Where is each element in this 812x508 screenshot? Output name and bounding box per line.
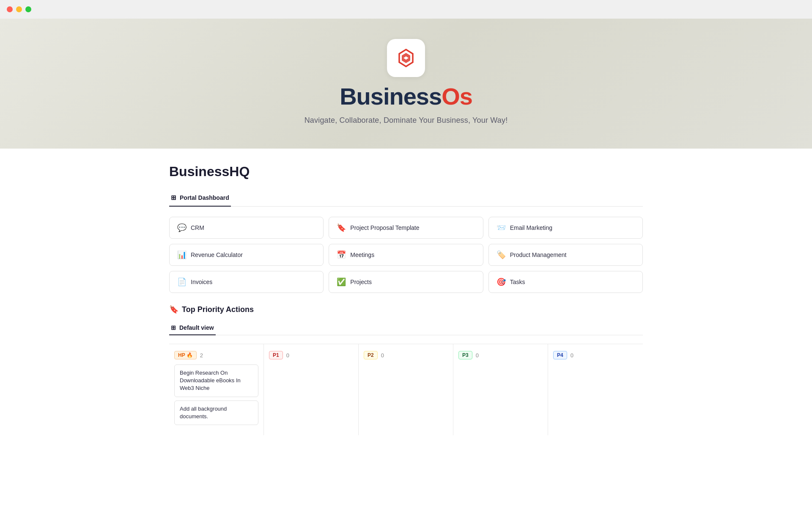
logo-container (387, 39, 425, 77)
kanban-board: HP 🔥 2 Begin Research On Downloadable eB… (169, 344, 643, 435)
card-email-marketing[interactable]: 📨 Email Marketing (488, 217, 643, 239)
kanban-col-p2: P2 0 (359, 344, 453, 435)
card-crm[interactable]: 💬 CRM (169, 217, 324, 239)
badge-p2: P2 (364, 351, 378, 359)
hero-subtitle: Navigate, Collaborate, Dominate Your Bus… (304, 116, 508, 125)
badge-p4: P4 (553, 351, 567, 359)
maximize-button[interactable] (25, 6, 31, 12)
priority-bookmark-icon: 🔖 (169, 305, 178, 314)
priority-tabs: ⊞ Default view (169, 321, 643, 335)
project-proposal-icon: 🔖 (337, 223, 346, 232)
kanban-count-p2: 0 (381, 352, 384, 359)
invoices-icon: 📄 (177, 277, 187, 287)
titlebar (0, 0, 812, 19)
dashboard-icon: ⊞ (171, 194, 176, 202)
kanban-count-p1: 0 (286, 352, 289, 359)
tab-default-view[interactable]: ⊞ Default view (169, 321, 216, 335)
page-title: BusinessHQ (169, 164, 643, 179)
kanban-header-p3: P3 0 (458, 351, 543, 359)
kanban-card-hp-2[interactable]: Add all background documents. (174, 400, 258, 425)
close-button[interactable] (7, 6, 13, 12)
crm-icon: 💬 (177, 223, 187, 232)
kanban-card-hp-1[interactable]: Begin Research On Downloadable eBooks In… (174, 364, 258, 397)
kanban-col-p3: P3 0 (453, 344, 548, 435)
kanban-header-p1: P1 0 (269, 351, 353, 359)
kanban-header-hp: HP 🔥 2 (174, 351, 258, 359)
card-meetings[interactable]: 📅 Meetings (329, 244, 483, 266)
card-invoices[interactable]: 📄 Invoices (169, 271, 324, 293)
app-grid: 💬 CRM 🔖 Project Proposal Template 📨 Emai… (169, 217, 643, 293)
kanban-col-p4: P4 0 (548, 344, 643, 435)
card-tasks[interactable]: 🎯 Tasks (488, 271, 643, 293)
priority-section-header: 🔖 Top Priority Actions (169, 305, 643, 314)
kanban-header-p4: P4 0 (553, 351, 638, 359)
badge-p1: P1 (269, 351, 283, 359)
default-view-icon: ⊞ (171, 324, 176, 331)
card-project-proposal[interactable]: 🔖 Project Proposal Template (329, 217, 483, 239)
product-management-icon: 🏷️ (497, 250, 506, 260)
priority-section-title: Top Priority Actions (182, 305, 254, 314)
kanban-header-p2: P2 0 (364, 351, 448, 359)
email-marketing-icon: 📨 (497, 223, 506, 232)
kanban-col-p1: P1 0 (264, 344, 359, 435)
hero-title-dark: Business (340, 83, 442, 110)
hero-title-red: Os (442, 83, 472, 110)
tasks-icon: 🎯 (497, 277, 506, 287)
kanban-col-hp: HP 🔥 2 Begin Research On Downloadable eB… (169, 344, 264, 435)
main-content: BusinessHQ ⊞ Portal Dashboard 💬 CRM 🔖 Pr… (135, 149, 677, 461)
logo-icon (394, 46, 418, 70)
card-projects[interactable]: ✅ Projects (329, 271, 483, 293)
card-revenue-calculator[interactable]: 📊 Revenue Calculator (169, 244, 324, 266)
minimize-button[interactable] (16, 6, 22, 12)
badge-p3: P3 (458, 351, 472, 359)
projects-icon: ✅ (337, 277, 346, 287)
card-product-management[interactable]: 🏷️ Product Management (488, 244, 643, 266)
hero-banner: BusinessOs Navigate, Collaborate, Domina… (0, 19, 812, 149)
badge-hp: HP 🔥 (174, 351, 197, 359)
main-tabs: ⊞ Portal Dashboard (169, 190, 643, 207)
kanban-count-p3: 0 (476, 352, 479, 359)
revenue-calculator-icon: 📊 (177, 250, 187, 260)
hero-title: BusinessOs (340, 85, 472, 108)
kanban-count-hp: 2 (200, 352, 203, 359)
kanban-count-p4: 0 (571, 352, 573, 359)
tab-portal-dashboard[interactable]: ⊞ Portal Dashboard (169, 190, 231, 207)
meetings-icon: 📅 (337, 250, 346, 260)
